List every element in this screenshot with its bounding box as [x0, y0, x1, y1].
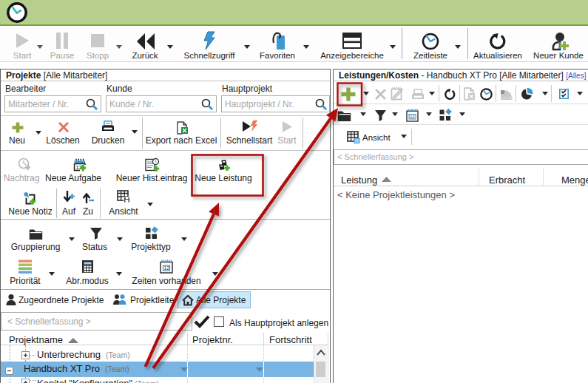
- svg-text:12: 12: [164, 265, 170, 271]
- svg-text:12: 12: [410, 115, 415, 119]
